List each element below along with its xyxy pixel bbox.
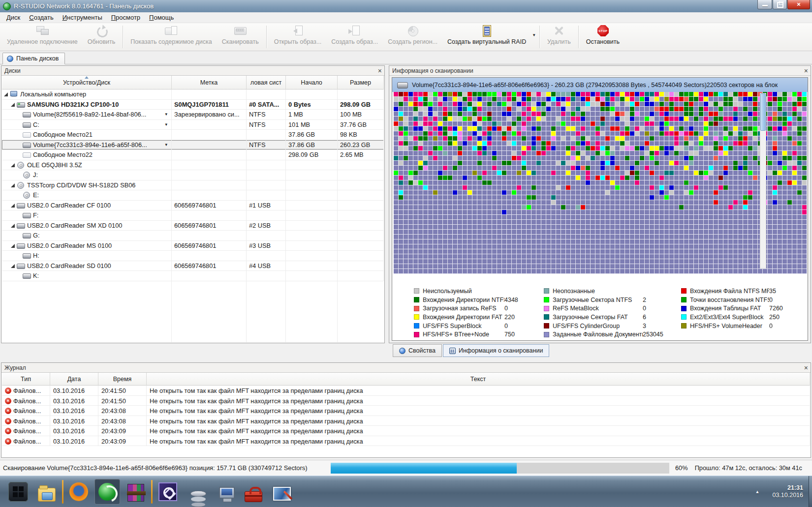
taskbar-button-explorer[interactable] [34,479,60,505]
toolbar-button-delete[interactable]: Удалить [542,23,576,51]
disk-row[interactable]: Свободное Место2137.86 GB98 KB [2,130,384,140]
scan-map-scrollbar-thumb[interactable] [760,93,766,131]
expander-icon[interactable] [10,223,15,228]
disk-row[interactable]: J: [2,170,384,180]
maximize-button[interactable] [773,0,787,9]
close-button[interactable]: × [787,0,810,9]
disk-row[interactable]: H: [2,251,384,261]
legend-label: Ext2/Ext3/Ext4 SuperBlock [690,314,769,321]
disk-row[interactable]: Локальный компьютер [2,89,384,100]
disks-column-header-3[interactable]: Начало [286,76,338,89]
disk-row[interactable]: OLE O5QJ8HI 3.5Z [2,160,384,171]
disks-column-header-0[interactable]: Устройство/Диск [2,76,172,89]
raid-dropdown-arrow-icon[interactable]: ▼ [532,23,536,37]
scan-block-map[interactable] [394,92,807,274]
taskbar-button-image-editor-app[interactable] [269,479,295,505]
taskbar-button-database-app[interactable] [184,479,209,505]
toolbar-button-remote-connection[interactable]: Удаленное подключение [2,23,83,51]
toolbar-button-open-image[interactable]: Открыть образ... [269,23,327,51]
log-row[interactable]: ×Файлов...03.10.201620:43:09Не открыть т… [2,426,810,436]
disk-row[interactable]: F: [2,210,384,221]
disk-row[interactable]: C:▾NTFS101 MB37.76 GB [2,120,384,130]
disk-row[interactable]: USB2.0 CardReader SD 0100606569746801#4 … [2,261,384,271]
disk-row[interactable]: Volume{82f55619-8a92-11e4-8baf-806...▾За… [2,110,384,120]
volume-menu-arrow-icon[interactable]: ▾ [165,112,167,117]
device-start-cell: 1 MB [286,110,338,119]
disk-row[interactable]: K: [2,271,384,281]
log-row[interactable]: ×Файлов...03.10.201620:43:08Не открыть т… [2,416,810,426]
log-text-cell: Не открыть том так как файл MFT находитс… [147,386,810,395]
menu-item-3[interactable]: Просмотр [107,13,145,22]
log-column-header-3[interactable]: Текст [147,373,810,386]
tab-scan-info[interactable]: Информация о сканировании [443,344,549,357]
taskbar-button-start[interactable] [5,479,31,505]
toolbar-button-scan[interactable]: Сканировать [217,23,264,51]
taskbar-button-toolbox-app[interactable] [241,479,266,505]
legend-item: Вхождения Директории FAT220 [414,313,518,322]
expander-icon[interactable] [10,182,15,188]
toolbar-button-stop[interactable]: Остановить [581,23,625,51]
toolbar-button-create-virtual-raid[interactable]: Создать виртуальный RAID [442,23,531,51]
toolbar-button-show-disk-contents[interactable]: Показать содержимое диска [125,23,217,51]
taskbar-button-r-studio[interactable] [94,479,120,505]
disk-row[interactable]: SAMSUNG HD321KJ CP100-10S0MQJ1GP701811#0… [2,100,384,110]
taskbar-button-purple-app[interactable] [155,479,181,505]
expander-icon[interactable] [10,102,15,107]
toolbar-button-create-image[interactable]: Создать образ... [326,23,383,51]
volume-menu-arrow-icon[interactable]: ▾ [165,122,167,127]
disk-row[interactable]: Volume{7cc331c3-894e-11e6-a65f-806...▾NT… [2,140,384,150]
log-type: Файлов... [13,438,41,445]
disk-row[interactable]: USB2.0 CardReader SM XD 0100606569746801… [2,221,384,231]
disk-row[interactable]: E: [2,190,384,201]
expander-icon[interactable] [10,243,15,248]
sort-ascending-icon [85,76,89,79]
disks-column-header-2[interactable]: ловая сист [247,76,286,89]
menu-item-4[interactable]: Помощь [145,13,178,22]
disks-column-header-1[interactable]: Метка [172,76,247,89]
disk-row[interactable]: USB2.0 CardReader MS 0100606569746801#3 … [2,241,384,251]
log-row[interactable]: ×Файлов...03.10.201620:41:50Не открыть т… [2,396,810,406]
disks-panel-close-icon[interactable]: × [378,66,382,75]
disk-row[interactable]: G: [2,231,384,241]
volume-menu-arrow-icon[interactable]: ▾ [165,142,167,147]
menu-item-0[interactable]: Диск [2,13,25,22]
taskbar-clock[interactable]: 21:31 03.10.2016 [772,484,803,499]
taskbar-button-firefox[interactable] [66,479,92,505]
log-column-header-1[interactable]: Дата [50,373,98,386]
expander-icon[interactable] [10,203,15,208]
menu-item-2[interactable]: Инструменты [58,13,107,22]
menu-item-1[interactable]: Создать [25,13,58,22]
expander-icon[interactable] [10,263,15,268]
tab-disk-panel[interactable]: Панель дисков [2,53,65,64]
disk-row[interactable]: USB2.0 CardReader CF 0100606569746801#1 … [2,201,384,211]
log-column-header-2[interactable]: Время [98,373,147,386]
volume-icon [23,272,31,279]
scan-map-scrollbar[interactable] [760,93,766,268]
start-icon [8,482,28,502]
log-row[interactable]: ×Файлов...03.10.201620:43:08Не открыть т… [2,406,810,416]
scan-panel-close-icon[interactable]: × [804,66,808,75]
disks-column-header-4[interactable]: Размер [338,76,384,89]
taskbar-button-winrar[interactable] [123,479,149,505]
taskbar-button-computer-app[interactable] [212,479,238,505]
device-size-cell [338,170,384,180]
log-row[interactable]: ×Файлов...03.10.201620:43:09Не открыть т… [2,436,810,447]
log-row[interactable]: ×Файлов...03.10.201620:41:50Не открыть т… [2,386,810,396]
show-hidden-icons-arrow[interactable]: ▲ [755,489,760,494]
disk-row[interactable]: Свободное Место22298.09 GB2.65 MB [2,150,384,160]
toolbar-button-create-region[interactable]: Создать регион... [383,23,442,51]
disk-row[interactable]: TSSTcorp CD/DVDW SH-S182D SB06 [2,180,384,191]
log-date-cell: 03.10.2016 [50,406,98,416]
log-column-header-0[interactable]: Тип [2,373,50,386]
minimize-button[interactable] [757,0,772,9]
log-panel-close-icon[interactable]: × [804,363,808,372]
tab-properties[interactable]: Свойства [393,344,442,357]
legend-color-chip [414,306,419,311]
expander-icon[interactable] [3,91,8,97]
device-size-cell: 2.65 MB [338,150,384,160]
legend-color-chip [414,314,419,320]
show-desktop-button[interactable] [809,476,812,507]
expander-icon[interactable] [10,162,15,168]
create-region-icon [406,25,420,37]
toolbar-button-refresh[interactable]: Обновить [83,23,121,51]
